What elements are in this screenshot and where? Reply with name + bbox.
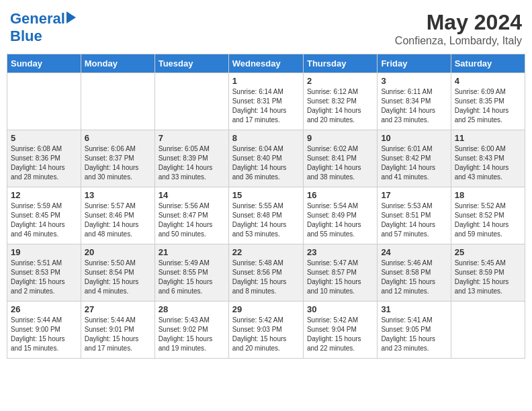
calendar-cell: 1Sunrise: 6:14 AMSunset: 8:31 PMDaylight…: [228, 73, 303, 130]
calendar-cell: 11Sunrise: 6:00 AMSunset: 8:43 PMDayligh…: [451, 130, 525, 187]
calendar-cell: 29Sunrise: 5:42 AMSunset: 9:03 PMDayligh…: [228, 302, 303, 359]
day-number: 29: [232, 304, 300, 314]
calendar-cell: 21Sunrise: 5:49 AMSunset: 8:55 PMDayligh…: [154, 244, 228, 302]
day-info: Sunrise: 5:55 AMSunset: 8:48 PMDaylight:…: [232, 201, 300, 239]
day-header-friday: Friday: [378, 54, 451, 73]
calendar-cell: [154, 73, 228, 130]
day-number: 6: [85, 133, 151, 143]
day-number: 20: [85, 247, 151, 257]
calendar-cell: 3Sunrise: 6:11 AMSunset: 8:34 PMDaylight…: [378, 73, 451, 130]
day-number: 5: [11, 133, 77, 143]
calendar-week-1: 1Sunrise: 6:14 AMSunset: 8:31 PMDaylight…: [7, 73, 525, 130]
calendar-cell: 6Sunrise: 6:06 AMSunset: 8:37 PMDaylight…: [81, 130, 154, 187]
day-info: Sunrise: 6:06 AMSunset: 8:37 PMDaylight:…: [85, 144, 151, 182]
day-info: Sunrise: 5:42 AMSunset: 9:03 PMDaylight:…: [232, 316, 300, 353]
calendar-cell: [81, 73, 154, 130]
day-info: Sunrise: 6:01 AMSunset: 8:42 PMDaylight:…: [381, 144, 447, 182]
day-number: 30: [307, 304, 373, 314]
day-info: Sunrise: 6:12 AMSunset: 8:32 PMDaylight:…: [307, 87, 373, 125]
day-number: 17: [381, 190, 447, 200]
day-number: 2: [307, 76, 373, 86]
calendar-cell: 17Sunrise: 5:53 AMSunset: 8:51 PMDayligh…: [378, 187, 451, 244]
day-info: Sunrise: 5:56 AMSunset: 8:47 PMDaylight:…: [159, 201, 225, 239]
logo-text-general: General: [10, 10, 65, 28]
calendar-cell: 25Sunrise: 5:45 AMSunset: 8:59 PMDayligh…: [451, 244, 525, 302]
calendar-cell: 24Sunrise: 5:46 AMSunset: 8:58 PMDayligh…: [378, 244, 451, 302]
day-number: 3: [381, 76, 447, 86]
calendar-cell: 31Sunrise: 5:41 AMSunset: 9:05 PMDayligh…: [378, 302, 451, 359]
day-info: Sunrise: 5:47 AMSunset: 8:57 PMDaylight:…: [307, 259, 373, 296]
calendar-cell: 22Sunrise: 5:48 AMSunset: 8:56 PMDayligh…: [228, 244, 303, 302]
calendar-week-3: 12Sunrise: 5:59 AMSunset: 8:45 PMDayligh…: [7, 187, 525, 244]
day-number: 21: [159, 247, 225, 257]
day-number: 9: [307, 133, 373, 143]
location: Confienza, Lombardy, Italy: [395, 35, 522, 47]
page-header: General Blue May 2024 Confienza, Lombard…: [7, 7, 525, 47]
calendar-week-4: 19Sunrise: 5:51 AMSunset: 8:53 PMDayligh…: [7, 244, 525, 302]
day-number: 7: [159, 133, 225, 143]
day-header-wednesday: Wednesday: [228, 54, 303, 73]
day-info: Sunrise: 6:08 AMSunset: 8:36 PMDaylight:…: [11, 144, 77, 182]
day-info: Sunrise: 5:51 AMSunset: 8:53 PMDaylight:…: [11, 259, 77, 296]
calendar-cell: [451, 302, 525, 359]
day-number: 27: [85, 304, 151, 314]
calendar-cell: 10Sunrise: 6:01 AMSunset: 8:42 PMDayligh…: [378, 130, 451, 187]
calendar-cell: 2Sunrise: 6:12 AMSunset: 8:32 PMDaylight…: [303, 73, 377, 130]
title-block: May 2024 Confienza, Lombardy, Italy: [395, 10, 522, 47]
calendar-cell: 27Sunrise: 5:44 AMSunset: 9:01 PMDayligh…: [81, 302, 154, 359]
day-info: Sunrise: 5:44 AMSunset: 9:01 PMDaylight:…: [85, 316, 151, 353]
day-number: 24: [381, 247, 447, 257]
calendar-cell: 30Sunrise: 5:42 AMSunset: 9:04 PMDayligh…: [303, 302, 377, 359]
calendar-cell: 9Sunrise: 6:02 AMSunset: 8:41 PMDaylight…: [303, 130, 377, 187]
day-number: 28: [159, 304, 225, 314]
calendar-cell: 13Sunrise: 5:57 AMSunset: 8:46 PMDayligh…: [81, 187, 154, 244]
calendar-cell: 28Sunrise: 5:43 AMSunset: 9:02 PMDayligh…: [154, 302, 228, 359]
day-number: 8: [232, 133, 300, 143]
day-number: 26: [11, 304, 77, 314]
calendar-header-row: SundayMondayTuesdayWednesdayThursdayFrid…: [7, 54, 525, 73]
calendar-cell: 15Sunrise: 5:55 AMSunset: 8:48 PMDayligh…: [228, 187, 303, 244]
day-number: 16: [307, 190, 373, 200]
day-number: 15: [232, 190, 300, 200]
day-info: Sunrise: 6:02 AMSunset: 8:41 PMDaylight:…: [307, 144, 373, 182]
calendar-cell: 7Sunrise: 6:05 AMSunset: 8:39 PMDaylight…: [154, 130, 228, 187]
day-header-monday: Monday: [81, 54, 154, 73]
calendar-cell: 20Sunrise: 5:50 AMSunset: 8:54 PMDayligh…: [81, 244, 154, 302]
calendar-cell: [7, 73, 81, 130]
day-info: Sunrise: 6:04 AMSunset: 8:40 PMDaylight:…: [232, 144, 300, 182]
calendar-cell: 18Sunrise: 5:52 AMSunset: 8:52 PMDayligh…: [451, 187, 525, 244]
day-info: Sunrise: 5:54 AMSunset: 8:49 PMDaylight:…: [307, 201, 373, 239]
calendar-cell: 16Sunrise: 5:54 AMSunset: 8:49 PMDayligh…: [303, 187, 377, 244]
calendar-week-5: 26Sunrise: 5:44 AMSunset: 9:00 PMDayligh…: [7, 302, 525, 359]
day-info: Sunrise: 5:52 AMSunset: 8:52 PMDaylight:…: [455, 201, 521, 239]
day-header-tuesday: Tuesday: [154, 54, 228, 73]
day-info: Sunrise: 6:11 AMSunset: 8:34 PMDaylight:…: [381, 87, 447, 125]
day-number: 25: [455, 247, 521, 257]
calendar-table: SundayMondayTuesdayWednesdayThursdayFrid…: [7, 54, 525, 359]
day-number: 23: [307, 247, 373, 257]
day-info: Sunrise: 6:09 AMSunset: 8:35 PMDaylight:…: [455, 87, 521, 125]
day-info: Sunrise: 5:43 AMSunset: 9:02 PMDaylight:…: [159, 316, 225, 353]
day-number: 11: [455, 133, 521, 143]
day-number: 4: [455, 76, 521, 86]
day-info: Sunrise: 6:05 AMSunset: 8:39 PMDaylight:…: [159, 144, 225, 182]
calendar-cell: 14Sunrise: 5:56 AMSunset: 8:47 PMDayligh…: [154, 187, 228, 244]
day-number: 13: [85, 190, 151, 200]
day-header-sunday: Sunday: [7, 54, 81, 73]
calendar-cell: 19Sunrise: 5:51 AMSunset: 8:53 PMDayligh…: [7, 244, 81, 302]
calendar-cell: 8Sunrise: 6:04 AMSunset: 8:40 PMDaylight…: [228, 130, 303, 187]
day-header-saturday: Saturday: [451, 54, 525, 73]
calendar-week-2: 5Sunrise: 6:08 AMSunset: 8:36 PMDaylight…: [7, 130, 525, 187]
day-number: 1: [232, 76, 300, 86]
calendar-cell: 23Sunrise: 5:47 AMSunset: 8:57 PMDayligh…: [303, 244, 377, 302]
day-number: 14: [159, 190, 225, 200]
logo-arrow-icon: [66, 11, 76, 24]
day-info: Sunrise: 5:44 AMSunset: 9:00 PMDaylight:…: [11, 316, 77, 353]
day-info: Sunrise: 5:59 AMSunset: 8:45 PMDaylight:…: [11, 201, 77, 239]
calendar-cell: 12Sunrise: 5:59 AMSunset: 8:45 PMDayligh…: [7, 187, 81, 244]
logo: General Blue: [10, 10, 76, 45]
day-number: 18: [455, 190, 521, 200]
day-info: Sunrise: 5:50 AMSunset: 8:54 PMDaylight:…: [85, 259, 151, 296]
day-info: Sunrise: 5:53 AMSunset: 8:51 PMDaylight:…: [381, 201, 447, 239]
day-info: Sunrise: 5:49 AMSunset: 8:55 PMDaylight:…: [159, 259, 225, 296]
